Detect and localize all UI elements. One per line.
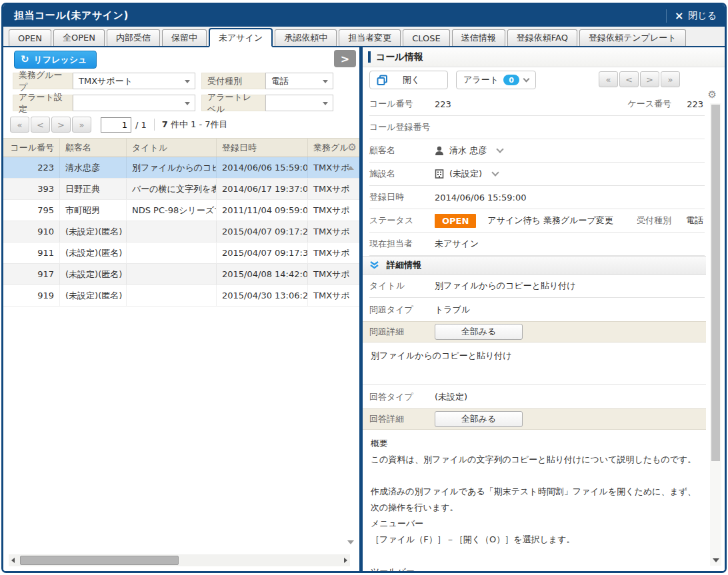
scroll-right-icon[interactable] bbox=[344, 558, 347, 563]
answer-detail-label: 回答詳細 bbox=[369, 413, 435, 425]
open-call-label: 開く bbox=[403, 74, 420, 86]
record-last-button[interactable]: » bbox=[661, 71, 680, 87]
titlebar-divider bbox=[666, 9, 667, 23]
tab-register-template[interactable]: 登録依頼テンプレート bbox=[579, 29, 686, 46]
column-settings-gear-icon[interactable]: ⚙ bbox=[348, 143, 357, 153]
problem-detail-band: 問題詳細 全部みる bbox=[363, 321, 706, 342]
call-info-header: コール情報 bbox=[363, 47, 725, 67]
tab-internal-received[interactable]: 内部受信 bbox=[107, 29, 160, 46]
record-prev-button[interactable]: < bbox=[619, 71, 639, 87]
cell-title: バーの横に文字列を表示す bbox=[127, 179, 217, 199]
call-table: コール番号 顧客名 タイトル 登録日時 業務グル ⚙ 223 清水忠彦 別ファイ… bbox=[3, 138, 359, 306]
tab-unassigned[interactable]: 未アサイン bbox=[209, 28, 273, 47]
problem-view-all-button[interactable]: 全部みる bbox=[435, 324, 523, 340]
open-call-button[interactable]: 開く bbox=[369, 71, 448, 89]
current-assignee-row: 現在担当者 未アサイン bbox=[369, 233, 705, 256]
table-row[interactable]: 223 清水忠彦 別ファイルからのコピーと 2014/06/06 15:59:0… bbox=[3, 157, 359, 179]
refresh-button[interactable]: ↻ リフレッシュ bbox=[14, 51, 97, 69]
pager-next-button[interactable]: > bbox=[51, 117, 71, 133]
business-group-select[interactable]: TMXサポート bbox=[73, 73, 195, 89]
alert-level-select[interactable] bbox=[265, 95, 333, 111]
dropdown-arrow-icon bbox=[323, 102, 328, 105]
page-total: / 1 bbox=[135, 120, 147, 130]
record-first-button[interactable]: « bbox=[599, 71, 618, 87]
tab-approval-pending[interactable]: 承認依頼中 bbox=[275, 29, 337, 46]
scroll-left-icon[interactable] bbox=[11, 558, 15, 563]
left-toolbar: ↻ リフレッシュ > bbox=[3, 47, 359, 73]
tab-close[interactable]: CLOSE bbox=[403, 29, 450, 46]
detail-fields: タイトル 別ファイルからのコピーと貼り付け 問題タイプ トラブル bbox=[369, 275, 705, 321]
pager-first-button[interactable]: « bbox=[10, 117, 29, 133]
table-row[interactable]: 393 日野正典 バーの横に文字列を表示す 2014/06/17 19:37:0… bbox=[3, 179, 359, 200]
reception-type-select[interactable]: 電話 bbox=[265, 73, 333, 89]
title-label: タイトル bbox=[369, 280, 435, 292]
detail-info-section-header[interactable]: 詳細情報 bbox=[363, 256, 706, 275]
cell-call-no: 393 bbox=[3, 179, 60, 199]
call-info-panel: コール情報 開く アラート 0 « < > » bbox=[363, 47, 725, 571]
cell-call-no: 911 bbox=[3, 243, 60, 263]
record-next-button[interactable]: > bbox=[640, 71, 659, 87]
tab-send-info[interactable]: 送信情報 bbox=[452, 29, 505, 46]
horizontal-scrollbar[interactable] bbox=[9, 554, 350, 566]
scroll-down-icon[interactable] bbox=[713, 558, 719, 562]
status-row: ステータス OPEN アサイン待ち 業務グループ変更 受付種別 電話 bbox=[369, 209, 705, 233]
column-header-customer[interactable]: 顧客名 bbox=[60, 139, 127, 157]
cell-group: TMXサポ bbox=[308, 179, 359, 199]
answer-type-label: 回答タイプ bbox=[369, 391, 435, 403]
answer-view-all-button[interactable]: 全部みる bbox=[435, 411, 523, 427]
cell-title: 別ファイルからのコピーと bbox=[127, 157, 217, 178]
call-list-panel: ↻ リフレッシュ > 業務グループ TMXサポート 受付種別 電話 bbox=[3, 47, 359, 571]
filter-row-1: 業務グループ TMXサポート 受付種別 電話 bbox=[13, 73, 359, 89]
answer-detail-band: 回答詳細 全部みる bbox=[363, 408, 706, 430]
table-row[interactable]: 919 (未設定)(匿名) 2015/04/30 13:06:27 TMXサポ bbox=[3, 285, 359, 306]
filter-row-2: アラート設定 アラートレベル bbox=[13, 95, 359, 111]
cell-date: 2014/06/17 19:37:00 bbox=[217, 179, 308, 199]
facility-name-value: (未設定) bbox=[449, 168, 482, 180]
table-row[interactable]: 911 (未設定)(匿名) 2015/04/07 09:17:38 TMXサポ bbox=[3, 243, 359, 264]
cell-group: TMXサポ bbox=[308, 285, 359, 306]
tab-on-hold[interactable]: 保留中 bbox=[162, 29, 207, 46]
scroll-up-icon[interactable] bbox=[347, 166, 354, 170]
cell-call-no: 223 bbox=[3, 157, 60, 178]
pager-prev-button[interactable]: < bbox=[31, 117, 50, 133]
horizontal-scrollbar-thumb[interactable] bbox=[20, 556, 179, 565]
answer-type-value: (未設定) bbox=[435, 391, 467, 403]
cell-date: 2014/06/06 15:59:00 bbox=[217, 157, 308, 178]
cell-date: 2015/04/07 09:17:22 bbox=[217, 221, 308, 242]
table-row[interactable]: 795 市町昭男 NDS PC-98シリーズで利用 2011/11/04 09:… bbox=[3, 200, 359, 221]
alert-setting-select[interactable] bbox=[73, 95, 195, 111]
registration-date-value: 2014/06/06 15:59:00 bbox=[435, 193, 526, 203]
close-button[interactable]: × 閉じる bbox=[675, 10, 717, 22]
table-row[interactable]: 910 (未設定)(匿名) 2015/04/07 09:17:22 TMXサポ bbox=[3, 221, 359, 243]
person-icon bbox=[435, 146, 444, 156]
page-number-input[interactable] bbox=[101, 117, 131, 133]
collapse-panel-button[interactable]: > bbox=[334, 50, 356, 67]
alert-level-label: アラートレベル bbox=[201, 95, 265, 111]
customer-name-row: 顧客名 清水 忠彦 bbox=[369, 139, 705, 163]
current-assignee-label: 現在担当者 bbox=[369, 238, 435, 250]
scroll-down-icon[interactable] bbox=[347, 540, 354, 544]
call-registration-number-label: コール登録番号 bbox=[369, 121, 431, 133]
column-header-date[interactable]: 登録日時 bbox=[217, 139, 308, 157]
cell-customer: 日野正典 bbox=[60, 179, 127, 199]
panel-settings-gear-icon[interactable]: ⚙ bbox=[708, 90, 717, 100]
refresh-icon: ↻ bbox=[21, 55, 29, 65]
facility-name-label: 施設名 bbox=[369, 168, 435, 180]
pager-last-button[interactable]: » bbox=[72, 117, 91, 133]
column-header-call-no[interactable]: コール番号 bbox=[3, 139, 60, 157]
tab-open[interactable]: OPEN bbox=[9, 29, 51, 46]
customer-expand-chevron-icon[interactable] bbox=[496, 145, 503, 153]
tab-register-faq[interactable]: 登録依頼FAQ bbox=[507, 29, 577, 46]
tab-all-open[interactable]: 全OPEN bbox=[53, 29, 105, 46]
facility-expand-chevron-icon[interactable] bbox=[491, 169, 499, 176]
reception-type-label: 受付種別 bbox=[201, 73, 265, 89]
tab-assignee-change[interactable]: 担当者変更 bbox=[339, 29, 401, 46]
business-group-label: 業務グループ bbox=[13, 73, 73, 89]
table-row[interactable]: 917 (未設定)(匿名) 2015/04/08 14:42:06 TMXサポ bbox=[3, 264, 359, 285]
alert-dropdown-button[interactable]: アラート 0 bbox=[456, 71, 536, 89]
cell-group: TMXサポ bbox=[308, 200, 359, 221]
vertical-scrollbar-thumb[interactable] bbox=[711, 105, 720, 461]
vertical-scrollbar[interactable] bbox=[710, 103, 721, 566]
record-pager: « < > » bbox=[599, 71, 681, 87]
column-header-title[interactable]: タイトル bbox=[127, 139, 217, 157]
